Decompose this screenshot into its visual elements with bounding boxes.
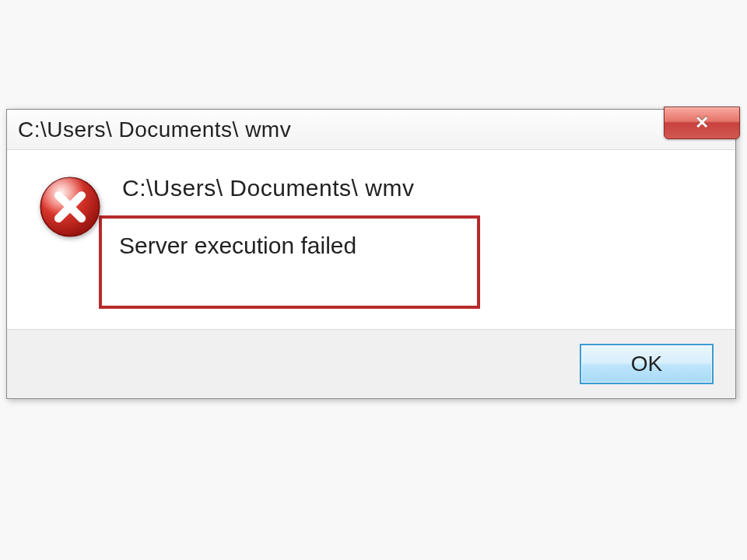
ok-button[interactable]: OK (580, 344, 714, 384)
titlebar[interactable]: C:\Users\ Documents\ wmv ✕ (7, 110, 735, 150)
dialog-content: C:\Users\ Documents\ wmv Server executio… (7, 150, 735, 329)
error-icon (38, 175, 102, 239)
content-path: C:\Users\ Documents\ wmv (122, 175, 712, 201)
dialog-title: C:\Users\ Documents\ wmv (18, 117, 291, 142)
error-message: Server execution failed (119, 233, 460, 259)
button-area: OK (7, 329, 735, 398)
content-text: C:\Users\ Documents\ wmv Server executio… (122, 172, 712, 309)
error-highlight-box: Server execution failed (99, 215, 480, 309)
error-dialog: C:\Users\ Documents\ wmv ✕ (6, 109, 736, 399)
close-icon: ✕ (695, 113, 709, 133)
close-button[interactable]: ✕ (664, 107, 740, 139)
